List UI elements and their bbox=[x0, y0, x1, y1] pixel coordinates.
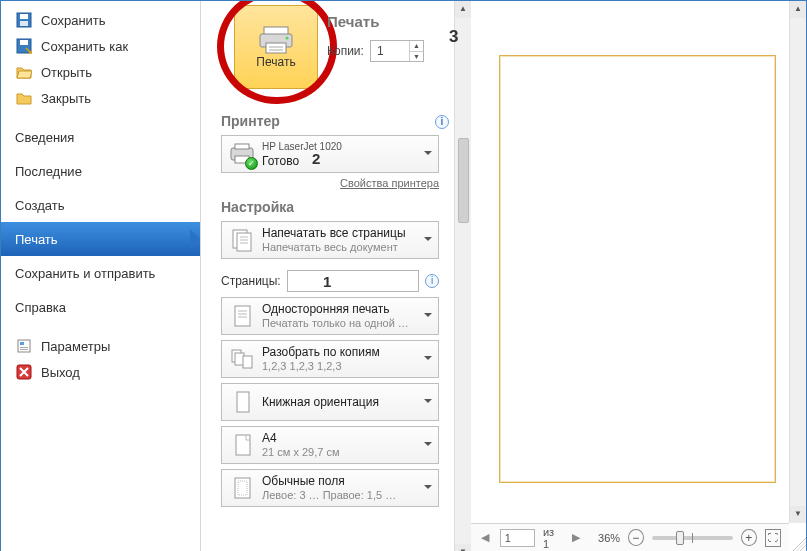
zoom-slider[interactable] bbox=[652, 536, 733, 540]
one-sided-icon bbox=[228, 302, 256, 330]
zoom-slider-thumb[interactable] bbox=[676, 531, 684, 545]
printer-ready-badge: ✓ bbox=[245, 157, 258, 170]
print-button-label: Печать bbox=[256, 55, 295, 69]
svg-rect-2 bbox=[20, 21, 28, 26]
chevron-down-icon bbox=[424, 442, 432, 450]
info-icon[interactable]: i bbox=[435, 115, 449, 129]
svg-rect-1 bbox=[20, 14, 28, 19]
chevron-down-icon bbox=[424, 237, 432, 245]
preview-scrollbar[interactable]: ▲ ▼ bbox=[789, 1, 806, 523]
setting-orientation[interactable]: Книжная ориентация bbox=[221, 383, 439, 421]
annotation-3: 3 bbox=[449, 27, 458, 47]
print-button[interactable]: Печать bbox=[234, 5, 318, 89]
printer-device-icon: ✓ bbox=[228, 140, 256, 168]
printer-dropdown[interactable]: ✓ HP LaserJet 1020 Готово 2 bbox=[221, 135, 439, 173]
setting-sub: Напечатать весь документ bbox=[262, 240, 406, 254]
current-page-input[interactable]: 1 bbox=[500, 529, 535, 547]
svg-rect-5 bbox=[18, 340, 30, 352]
copies-row: Копии: 1 ▲ ▼ bbox=[327, 40, 424, 62]
printer-properties-link[interactable]: Свойства принтера bbox=[221, 177, 439, 189]
setting-title: Напечатать все страницы bbox=[262, 226, 406, 240]
zoom-in-button[interactable]: + bbox=[741, 529, 757, 546]
save-icon bbox=[15, 11, 33, 29]
settings-stack: Напечатать все страницы Напечатать весь … bbox=[221, 221, 459, 507]
zoom-out-button[interactable]: − bbox=[628, 529, 644, 546]
svg-rect-30 bbox=[243, 356, 252, 368]
copies-step-up[interactable]: ▲ bbox=[409, 41, 423, 52]
svg-rect-20 bbox=[237, 233, 251, 251]
printer-name: HP LaserJet 1020 bbox=[262, 140, 342, 154]
settings-section-heading: Настройка bbox=[221, 199, 459, 215]
sidebar-item-recent[interactable]: Последние bbox=[1, 154, 200, 188]
resize-grip[interactable] bbox=[789, 534, 806, 551]
sidebar-item-save-as[interactable]: Сохранить как bbox=[1, 33, 200, 59]
scroll-thumb[interactable] bbox=[458, 138, 469, 223]
sidebar-item-label: Сохранить как bbox=[41, 39, 128, 54]
sidebar-item-label: Сохранить bbox=[41, 13, 106, 28]
setting-print-range[interactable]: Напечатать все страницы Напечатать весь … bbox=[221, 221, 439, 259]
pages-field-row: Страницы: i 1 bbox=[221, 270, 439, 292]
sidebar-item-label: Открыть bbox=[41, 65, 92, 80]
page-of-label: из 1 bbox=[543, 526, 561, 550]
zoom-to-page-button[interactable]: ⛶ bbox=[765, 529, 781, 547]
pages-label: Страницы: bbox=[221, 274, 281, 288]
margins-icon bbox=[228, 474, 256, 502]
setting-sides[interactable]: Односторонняя печать Печатать только на … bbox=[221, 297, 439, 335]
setting-collate[interactable]: Разобрать по копиям 1,2,3 1,2,3 1,2,3 bbox=[221, 340, 439, 378]
info-icon[interactable]: i bbox=[425, 274, 439, 288]
setting-title: Обычные поля bbox=[262, 474, 396, 488]
scroll-down-button[interactable]: ▼ bbox=[455, 544, 471, 551]
paper-a4-icon bbox=[228, 431, 256, 459]
sidebar-item-close-file[interactable]: Закрыть bbox=[1, 85, 200, 111]
svg-rect-31 bbox=[237, 392, 249, 412]
sidebar-item-label: Справка bbox=[15, 300, 66, 315]
sidebar-item-save[interactable]: Сохранить bbox=[1, 7, 200, 33]
svg-rect-17 bbox=[235, 144, 249, 149]
setting-paper-size[interactable]: A4 21 см x 29,7 см bbox=[221, 426, 439, 464]
setting-title: Книжная ориентация bbox=[262, 395, 379, 409]
sidebar-item-exit[interactable]: Выход bbox=[1, 359, 200, 385]
pages-input[interactable] bbox=[287, 270, 419, 292]
sidebar-item-label: Сохранить и отправить bbox=[15, 266, 155, 281]
sidebar-item-label: Параметры bbox=[41, 339, 110, 354]
next-page-button[interactable]: ▶ bbox=[569, 531, 582, 545]
setting-sub: Печатать только на одной … bbox=[262, 316, 409, 330]
sidebar-item-options[interactable]: Параметры bbox=[1, 333, 200, 359]
sidebar-item-help[interactable]: Справка bbox=[1, 290, 200, 324]
setting-title: Односторонняя печать bbox=[262, 302, 409, 316]
chevron-down-icon bbox=[424, 356, 432, 364]
sidebar-item-label: Выход bbox=[41, 365, 80, 380]
svg-point-12 bbox=[286, 37, 289, 40]
scroll-down-button[interactable]: ▼ bbox=[790, 506, 806, 523]
sidebar-item-save-send[interactable]: Сохранить и отправить bbox=[1, 256, 200, 290]
setting-title: Разобрать по копиям bbox=[262, 345, 380, 359]
chevron-down-icon bbox=[424, 485, 432, 493]
copies-value: 1 bbox=[371, 41, 409, 61]
sidebar-item-info[interactable]: Сведения bbox=[1, 120, 200, 154]
printer-status: Готово bbox=[262, 154, 342, 168]
chevron-down-icon bbox=[424, 151, 432, 159]
save-as-icon bbox=[15, 37, 33, 55]
scroll-up-button[interactable]: ▲ bbox=[790, 1, 806, 18]
copies-spinner[interactable]: 1 ▲ ▼ bbox=[370, 40, 424, 62]
sidebar-item-label: Печать bbox=[15, 232, 58, 247]
portrait-icon bbox=[228, 388, 256, 416]
printer-icon bbox=[258, 25, 294, 55]
print-settings-panel: ▲ ▼ Печать Печать Копии: 1 ▲ bbox=[201, 1, 471, 551]
setting-margins[interactable]: Обычные поля Левое: 3 … Правое: 1,5 … bbox=[221, 469, 439, 507]
print-preview-area: ▲ ▼ ◀ 1 из 1 ▶ 36% − + ⛶ bbox=[471, 1, 806, 551]
sidebar-item-label: Создать bbox=[15, 198, 64, 213]
svg-rect-7 bbox=[20, 347, 28, 348]
sidebar-item-new[interactable]: Создать bbox=[1, 188, 200, 222]
sidebar-item-label: Последние bbox=[15, 164, 82, 179]
chevron-down-icon bbox=[424, 399, 432, 407]
options-icon bbox=[15, 337, 33, 355]
svg-rect-8 bbox=[20, 349, 28, 350]
sidebar-item-print[interactable]: Печать bbox=[1, 222, 200, 256]
copies-step-down[interactable]: ▼ bbox=[409, 52, 423, 62]
preview-status-bar: ◀ 1 из 1 ▶ 36% − + ⛶ bbox=[471, 523, 789, 551]
chevron-down-icon bbox=[424, 313, 432, 321]
preview-page bbox=[499, 55, 776, 483]
prev-page-button[interactable]: ◀ bbox=[479, 531, 492, 545]
sidebar-item-open[interactable]: Открыть bbox=[1, 59, 200, 85]
